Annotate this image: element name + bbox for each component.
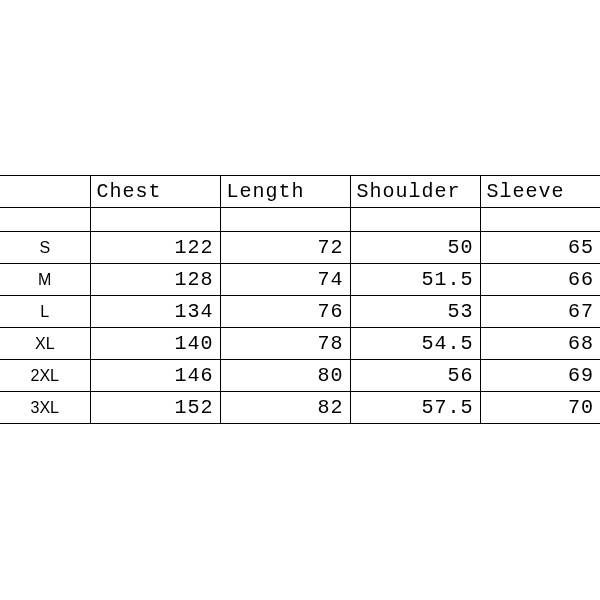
cell-chest: 134 [90, 296, 220, 328]
cell-sleeve: 70 [480, 392, 600, 424]
cell-sleeve: 66 [480, 264, 600, 296]
header-chest: Chest [90, 176, 220, 208]
cell-chest: 146 [90, 360, 220, 392]
cell-chest: 152 [90, 392, 220, 424]
cell-shoulder: 56 [350, 360, 480, 392]
cell-length: 78 [220, 328, 350, 360]
cell-size: L [0, 296, 90, 328]
cell-size: XL [0, 328, 90, 360]
cell-sleeve: 68 [480, 328, 600, 360]
table-row: XL 140 78 54.5 68 [0, 328, 600, 360]
cell-shoulder: 57.5 [350, 392, 480, 424]
size-table-container: Chest Length Shoulder Sleeve S 122 72 50… [0, 175, 600, 424]
cell-length: 72 [220, 232, 350, 264]
table-row: 3XL 152 82 57.5 70 [0, 392, 600, 424]
header-sleeve: Sleeve [480, 176, 600, 208]
table-row: 2XL 146 80 56 69 [0, 360, 600, 392]
cell-sleeve: 65 [480, 232, 600, 264]
header-blank [0, 176, 90, 208]
cell-length: 74 [220, 264, 350, 296]
cell-shoulder: 54.5 [350, 328, 480, 360]
cell-size: S [0, 232, 90, 264]
header-shoulder: Shoulder [350, 176, 480, 208]
spacer-row [0, 208, 600, 232]
cell-chest: 140 [90, 328, 220, 360]
cell-length: 82 [220, 392, 350, 424]
cell-chest: 128 [90, 264, 220, 296]
cell-length: 76 [220, 296, 350, 328]
cell-length: 80 [220, 360, 350, 392]
cell-sleeve: 69 [480, 360, 600, 392]
cell-size: 3XL [0, 392, 90, 424]
cell-sleeve: 67 [480, 296, 600, 328]
header-row: Chest Length Shoulder Sleeve [0, 176, 600, 208]
table-row: M 128 74 51.5 66 [0, 264, 600, 296]
header-length: Length [220, 176, 350, 208]
cell-chest: 122 [90, 232, 220, 264]
cell-size: M [0, 264, 90, 296]
table-row: S 122 72 50 65 [0, 232, 600, 264]
cell-size: 2XL [0, 360, 90, 392]
cell-shoulder: 53 [350, 296, 480, 328]
cell-shoulder: 50 [350, 232, 480, 264]
table-row: L 134 76 53 67 [0, 296, 600, 328]
size-table: Chest Length Shoulder Sleeve S 122 72 50… [0, 175, 600, 424]
cell-shoulder: 51.5 [350, 264, 480, 296]
